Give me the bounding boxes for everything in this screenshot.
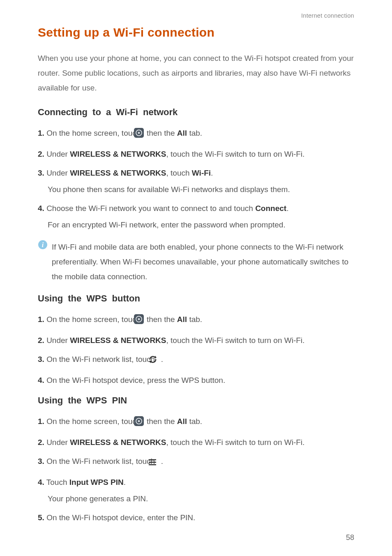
step-text: tab. <box>187 417 202 426</box>
step-item: 2. Under WIRELESS & NETWORKS, touch the … <box>38 147 354 162</box>
subhead-wps-button: Using the WPS button <box>38 293 354 304</box>
step-number: 4. <box>38 204 44 213</box>
step-text: . <box>159 457 163 466</box>
step-text: On the Wi-Fi hotspot device, enter the P… <box>46 513 195 522</box>
step-text: , touch the Wi-Fi switch to turn on Wi-F… <box>166 150 305 158</box>
step-item: 3. On the Wi-Fi network list, touch . <box>38 454 354 471</box>
step-item: 4. Choose the Wi-Fi network you want to … <box>38 201 354 216</box>
step-text: On the home screen, touch <box>46 315 143 324</box>
step-text: Under <box>46 150 70 158</box>
svg-point-7 <box>138 318 140 320</box>
step-text: Under <box>46 438 70 447</box>
svg-text:i: i <box>42 241 44 248</box>
intro-paragraph: When you use your phone at home, you can… <box>38 51 354 95</box>
step-bold: Connect <box>255 204 286 213</box>
note-text: If Wi-Fi and mobile data are both enable… <box>51 240 354 284</box>
step-item: 2. Under WIRELESS & NETWORKS, touch the … <box>38 333 354 348</box>
step-number: 5. <box>38 513 44 522</box>
step-item: 4. On the Wi-Fi hotspot device, press th… <box>38 373 354 388</box>
step-number: 2. <box>38 438 44 447</box>
step-number: 3. <box>38 457 44 466</box>
step-text: then the <box>145 129 177 137</box>
step-text: Touch <box>46 478 69 486</box>
page-number: 58 <box>346 533 354 542</box>
step-text: On the Wi-Fi network list, touch <box>46 355 157 364</box>
header-category: Internet connection <box>38 12 354 19</box>
step-bold: All <box>177 129 187 137</box>
step-number: 1. <box>38 315 44 324</box>
step-subtext: Your phone generates a PIN. <box>38 491 354 506</box>
step-text: , touch the Wi-Fi switch to turn on Wi-F… <box>166 438 305 447</box>
step-text: , touch the Wi-Fi switch to turn on Wi-F… <box>166 336 305 345</box>
step-subtext: For an encrypted Wi-Fi network, enter th… <box>38 218 354 232</box>
step-item: 1. On the home screen, touch then the Al… <box>38 126 354 143</box>
step-bold: WIRELESS & NETWORKS <box>70 336 166 345</box>
page-title: Setting up a Wi-Fi connection <box>38 25 354 39</box>
svg-marker-9 <box>149 360 151 363</box>
step-number: 1. <box>38 417 44 426</box>
step-bold: WIRELESS & NETWORKS <box>70 150 166 158</box>
page-container: Internet connection Setting up a Wi-Fi c… <box>0 0 392 525</box>
step-text: On the Wi-Fi hotspot device, press the W… <box>46 376 225 385</box>
steps-wps-button: 1. On the home screen, touch then the Al… <box>38 312 354 388</box>
step-bold: Wi-Fi <box>192 169 211 177</box>
info-note: i If Wi-Fi and mobile data are both enab… <box>38 240 354 284</box>
step-text: then the <box>145 417 177 426</box>
step-text: On the home screen, touch <box>46 417 143 426</box>
step-item: 1. On the home screen, touch then the Al… <box>38 414 354 431</box>
step-number: 3. <box>38 169 44 177</box>
step-number: 2. <box>38 150 44 158</box>
step-text: . <box>286 204 288 213</box>
step-item: 5. On the Wi-Fi hotspot device, enter th… <box>38 510 354 525</box>
svg-marker-8 <box>155 356 157 359</box>
step-item: 1. On the home screen, touch then the Al… <box>38 312 354 329</box>
subhead-connecting: Connecting to a Wi-Fi network <box>38 107 354 118</box>
step-text: Choose the Wi-Fi network you want to con… <box>46 204 255 213</box>
step-text: then the <box>145 315 177 324</box>
step-text: On the Wi-Fi network list, touch <box>46 457 157 466</box>
step-text: On the home screen, touch <box>46 129 143 137</box>
step-number: 4. <box>38 478 44 486</box>
step-number: 2. <box>38 336 44 345</box>
step-text: Under <box>46 336 70 345</box>
svg-point-12 <box>138 420 140 422</box>
step-item: 2. Under WIRELESS & NETWORKS, touch the … <box>38 435 354 450</box>
step-number: 1. <box>38 129 44 137</box>
step-text: . <box>124 478 126 486</box>
step-text: Under <box>46 169 70 177</box>
step-text: . <box>159 355 163 364</box>
step-text: tab. <box>187 315 202 324</box>
step-item: 3. Under WIRELESS & NETWORKS, touch Wi-F… <box>38 166 354 181</box>
step-text: . <box>211 169 213 177</box>
steps-connecting: 1. On the home screen, touch then the Al… <box>38 126 354 232</box>
step-number: 4. <box>38 376 44 385</box>
step-bold: All <box>177 417 187 426</box>
svg-point-2 <box>138 132 140 134</box>
steps-wps-pin: 1. On the home screen, touch then the Al… <box>38 414 354 525</box>
step-text: , touch <box>166 169 192 177</box>
step-item: 3. On the Wi-Fi network list, touch . <box>38 352 354 369</box>
subhead-wps-pin: Using the WPS PIN <box>38 395 354 406</box>
step-bold: WIRELESS & NETWORKS <box>70 438 166 447</box>
step-number: 3. <box>38 355 44 364</box>
step-text: tab. <box>187 129 202 137</box>
step-bold: WIRELESS & NETWORKS <box>70 169 166 177</box>
step-subtext: You phone then scans for available Wi-Fi… <box>38 182 354 197</box>
step-item: 4. Touch Input WPS PIN. <box>38 475 354 490</box>
step-bold: Input WPS PIN <box>69 478 124 486</box>
info-icon: i <box>38 240 48 255</box>
step-bold: All <box>177 315 187 324</box>
